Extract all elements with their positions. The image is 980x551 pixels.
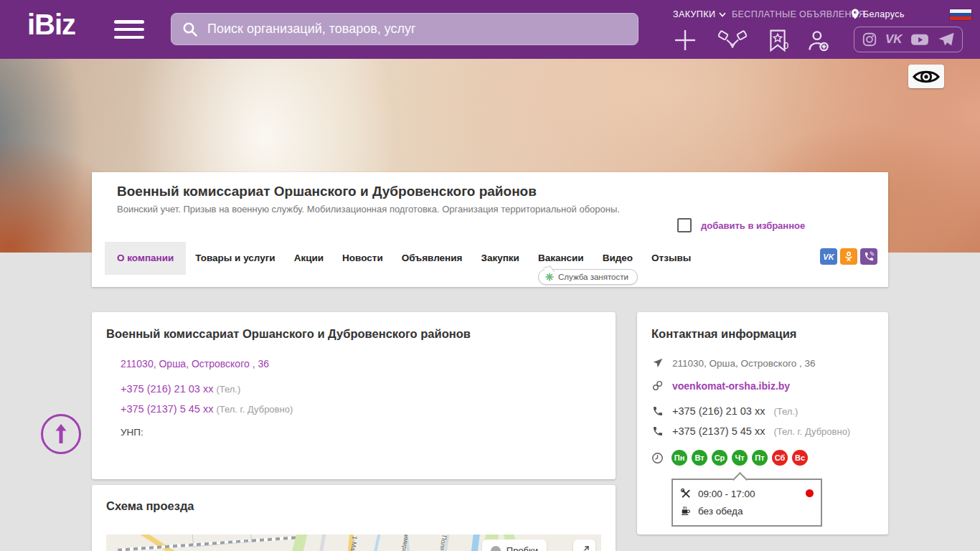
- signup-button[interactable]: [805, 27, 832, 55]
- day-badge-sun[interactable]: Вс: [792, 450, 808, 466]
- day-badge-mon[interactable]: Пн: [672, 450, 687, 466]
- plus-icon: [673, 28, 697, 52]
- closed-now-indicator: [806, 489, 814, 497]
- contact-phone-1-row: +375 (216) 21 03 xx (Тел.): [651, 405, 798, 417]
- contact-website-row: voenkomat-orsha.ibiz.by: [651, 380, 790, 392]
- clock-icon: [651, 452, 664, 464]
- accessibility-eye-button[interactable]: [908, 65, 944, 88]
- unp-label: УНП:: [121, 427, 143, 438]
- phone-icon: [651, 425, 664, 437]
- vk-page-button[interactable]: VK: [820, 248, 837, 265]
- scroll-to-top-button[interactable]: [41, 414, 81, 454]
- tab-ads[interactable]: Объявления: [392, 242, 472, 275]
- add-user-icon: [806, 29, 831, 53]
- odnoklassniki-page-button[interactable]: [840, 248, 857, 265]
- language-flag-russian[interactable]: [950, 9, 971, 20]
- tab-promotions[interactable]: Акции: [285, 242, 333, 275]
- about-phone-1[interactable]: +375 (216) 21 03 xx (Тел.): [121, 383, 240, 395]
- employment-service-icon: [545, 273, 554, 281]
- about-phone-1-note: (Тел.): [216, 384, 240, 395]
- about-title: Военный комиссариат Оршанского и Дуброве…: [106, 327, 471, 341]
- map-fullscreen-button[interactable]: [573, 540, 595, 551]
- day-badge-thu[interactable]: Чт: [732, 450, 748, 466]
- about-phone-2[interactable]: +375 (2137) 5 45 xx (Тел. г. Дубровно): [121, 403, 293, 415]
- working-days-row: Пн Вт Ср Чт Пт Сб Вс: [651, 450, 808, 466]
- traffic-light-icon: [491, 546, 501, 551]
- directions-card: Схема проезда 1-Мая имира Поля М. Пробки: [92, 485, 616, 551]
- add-to-favorites[interactable]: добавить в избранное: [677, 218, 805, 232]
- working-hours: 09:00 - 17:00: [698, 489, 755, 499]
- map-canvas[interactable]: 1-Мая имира Поля М. Пробки: [106, 534, 601, 551]
- company-header-card: Военный комиссариат Оршанского и Дуброве…: [92, 172, 888, 287]
- company-social-links: VK: [820, 248, 877, 265]
- company-title: Военный комиссариат Оршанского и Дуброве…: [117, 184, 537, 199]
- contact-phone-2-note: (Тел. г. Дубровно): [773, 426, 850, 437]
- instagram-icon[interactable]: [862, 32, 877, 47]
- location-pin-icon: [851, 9, 859, 19]
- contact-phone-1-note: (Тел.): [773, 406, 798, 417]
- tab-procurement[interactable]: Закупки: [471, 242, 528, 275]
- contact-title: Контактная информация: [651, 327, 796, 341]
- add-company-button[interactable]: [672, 27, 698, 53]
- day-badge-wed[interactable]: Ср: [712, 450, 727, 466]
- viber-phone-icon: [864, 251, 875, 262]
- company-subtitle: Воинский учет. Призыв на военную службу.…: [117, 204, 620, 215]
- map-street-label: 1-Мая: [349, 535, 358, 551]
- header: iBiz ЗАКУПКИ БЕСПЛАТНЫЕ ОБЪЯВЛЕНИЯ Белар…: [0, 0, 980, 59]
- vk-icon[interactable]: VK: [885, 32, 903, 47]
- employment-service-tooltip[interactable]: Служба занятости: [538, 269, 638, 285]
- page: iBiz ЗАКУПКИ БЕСПЛАТНЫЕ ОБЪЯВЛЕНИЯ Белар…: [0, 0, 980, 551]
- viber-button[interactable]: [860, 248, 877, 265]
- tab-about[interactable]: О компании: [105, 242, 186, 275]
- day-badge-sat[interactable]: Сб: [772, 450, 788, 466]
- directions-title: Схема проезда: [106, 499, 194, 513]
- tab-reviews[interactable]: Отзывы: [642, 242, 700, 275]
- ok-icon: [843, 250, 854, 263]
- traffic-label: Пробки: [507, 545, 538, 551]
- day-badge-tue[interactable]: Вт: [692, 450, 707, 466]
- menu-icon: [114, 20, 144, 24]
- search-icon: [182, 21, 199, 38]
- favorites-button[interactable]: 0: [763, 27, 793, 55]
- link-icon: [651, 380, 664, 392]
- expand-icon: [579, 545, 590, 551]
- lunch-note: без обеда: [698, 506, 743, 517]
- search-input[interactable]: [206, 21, 638, 37]
- search-bar: [171, 13, 639, 45]
- logo[interactable]: iBiz: [27, 9, 75, 41]
- contact-phone-2-row: +375 (2137) 5 45 xx (Тел. г. Дубровно): [651, 425, 850, 437]
- navigation-arrow-icon: [651, 357, 664, 369]
- about-phone-2-note: (Тел. г. Дубровно): [216, 404, 293, 415]
- tab-news[interactable]: Новости: [333, 242, 392, 275]
- map-block: [192, 534, 252, 547]
- partners-button[interactable]: [717, 27, 748, 53]
- eye-icon: [913, 68, 940, 85]
- day-badge-fri[interactable]: Пт: [752, 450, 768, 466]
- traffic-button[interactable]: Пробки: [482, 540, 547, 551]
- telegram-icon[interactable]: [938, 32, 955, 47]
- contact-info-card: Контактная информация 211030, Орша, Остр…: [637, 312, 888, 534]
- nav-free-ads[interactable]: БЕСПЛАТНЫЕ ОБЪЯВЛЕНИЯ: [732, 9, 865, 19]
- hours-row: 09:00 - 17:00: [680, 485, 814, 502]
- tab-products[interactable]: Товары и услуги: [186, 242, 284, 275]
- favorites-count: 0: [783, 40, 788, 51]
- region-selector[interactable]: Беларусь: [851, 9, 905, 19]
- lunch-row: без обеда: [680, 502, 814, 519]
- menu-button[interactable]: [114, 20, 144, 39]
- chevron-down-icon: [719, 12, 726, 17]
- contact-phone-1[interactable]: +375 (216) 21 03 xx: [672, 405, 765, 417]
- favorite-label: добавить в избранное: [701, 220, 805, 231]
- employment-service-label: Служба занятости: [558, 273, 628, 281]
- nav-procurement[interactable]: ЗАКУПКИ: [673, 9, 726, 19]
- handshake-icon: [718, 29, 747, 52]
- phone-icon: [651, 405, 664, 417]
- map-river: [367, 534, 382, 551]
- contact-phone-2[interactable]: +375 (2137) 5 45 xx: [672, 425, 765, 437]
- contact-website-link[interactable]: voenkomat-orsha.ibiz.by: [672, 380, 790, 392]
- coffee-cup-icon: [680, 505, 692, 517]
- favorite-checkbox[interactable]: [677, 218, 692, 232]
- header-social-links: VK: [854, 27, 963, 52]
- map-river: [467, 534, 481, 551]
- youtube-icon[interactable]: [910, 32, 930, 47]
- about-address-link[interactable]: 211030, Орша, Островского , 36: [121, 358, 269, 369]
